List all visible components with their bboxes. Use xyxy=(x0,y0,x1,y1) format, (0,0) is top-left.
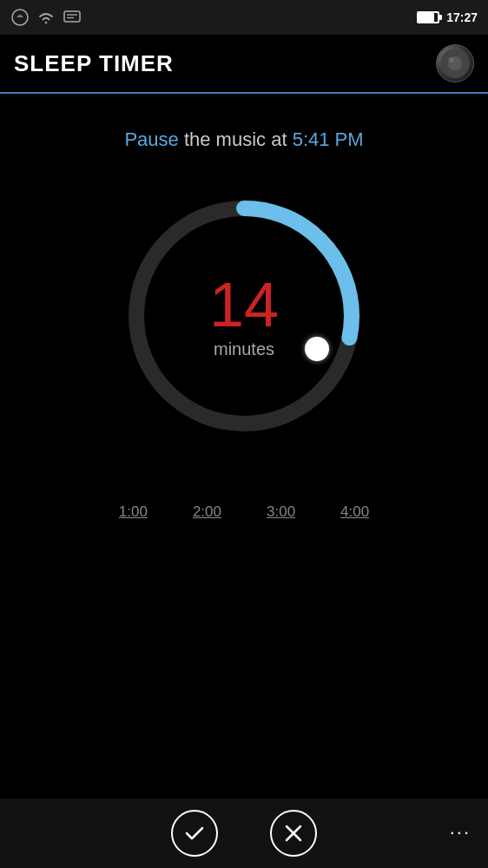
svg-point-6 xyxy=(449,57,454,62)
status-right: 17:27 xyxy=(417,10,478,24)
cancel-button[interactable] xyxy=(270,810,317,857)
timer-value: 14 xyxy=(209,273,279,336)
close-icon xyxy=(284,824,303,843)
app-title: SLEEP TIMER xyxy=(14,50,174,77)
pause-time: 5:41 PM xyxy=(293,128,364,150)
quick-time-4[interactable]: 4:00 xyxy=(335,498,374,526)
pause-word: Pause xyxy=(124,128,178,150)
timer-drag-handle[interactable] xyxy=(305,337,329,361)
battery-icon xyxy=(417,11,439,23)
timer-circle-container[interactable]: 14 minutes xyxy=(114,186,374,446)
svg-rect-1 xyxy=(64,11,80,22)
more-button[interactable]: ··· xyxy=(450,821,471,844)
status-time: 17:27 xyxy=(446,10,478,24)
app-icon xyxy=(10,8,30,27)
quick-times-row: 1:00 2:00 3:00 4:00 xyxy=(114,498,374,526)
app-header: SLEEP TIMER xyxy=(0,35,488,94)
pause-description: Pause the music at 5:41 PM xyxy=(124,128,363,151)
status-left-icons xyxy=(10,8,82,27)
message-icon xyxy=(63,8,82,27)
quick-time-2[interactable]: 2:00 xyxy=(188,498,227,526)
quick-time-1[interactable]: 1:00 xyxy=(114,498,153,526)
timer-unit: minutes xyxy=(209,339,279,359)
timer-center: 14 minutes xyxy=(209,273,279,359)
bottom-toolbar: ··· xyxy=(0,799,488,868)
quick-time-3[interactable]: 3:00 xyxy=(261,498,300,526)
main-content: Pause the music at 5:41 PM 14 minutes 1:… xyxy=(0,94,488,526)
pause-middle: the music at xyxy=(179,128,293,150)
wifi-icon xyxy=(36,8,56,27)
confirm-button[interactable] xyxy=(171,810,218,857)
status-bar: 17:27 xyxy=(0,0,488,35)
checkmark-icon xyxy=(183,822,206,845)
header-avatar[interactable] xyxy=(436,44,474,82)
